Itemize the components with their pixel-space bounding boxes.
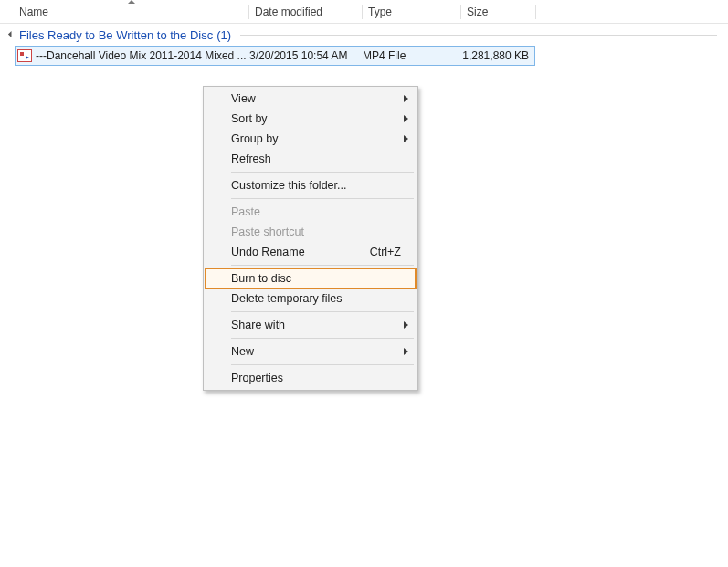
column-type[interactable]: Type [363, 2, 461, 22]
menu-burn-to-disc[interactable]: Burn to disc [206, 268, 416, 289]
menu-paste-shortcut: Paste shortcut [206, 222, 416, 242]
menu-separator [231, 198, 414, 199]
sort-ascending-icon [128, 0, 135, 4]
submenu-arrow-icon [404, 135, 408, 142]
menu-new-label: New [231, 345, 254, 358]
menu-properties-label: Properties [231, 372, 283, 384]
context-menu: View Sort by Group by Refresh Customize … [203, 86, 418, 391]
menu-share-with-label: Share with [231, 319, 285, 331]
submenu-arrow-icon [404, 115, 408, 122]
column-date-modified[interactable]: Date modified [249, 2, 363, 22]
file-name: ---Dancehall Video Mix 2011-2014 Mixed .… [34, 49, 249, 62]
menu-paste: Paste [206, 202, 416, 222]
menu-new[interactable]: New [206, 341, 416, 362]
menu-group-by-label: Group by [231, 132, 278, 145]
menu-separator [231, 265, 414, 266]
menu-delete-temp[interactable]: Delete temporary files [206, 289, 416, 309]
column-date-label: Date modified [255, 5, 322, 18]
column-size-label: Size [467, 5, 488, 18]
group-count: (1) [216, 28, 231, 42]
menu-sort-by[interactable]: Sort by [206, 109, 416, 129]
menu-view-label: View [231, 92, 256, 105]
file-icon-cell [16, 49, 34, 62]
column-name-label: Name [19, 5, 48, 18]
menu-undo-rename[interactable]: Undo Rename Ctrl+Z [206, 242, 416, 262]
group-header[interactable]: Files Ready to Be Written to the Disc (1… [0, 24, 717, 46]
menu-refresh[interactable]: Refresh [206, 149, 416, 169]
file-size: 1,281,880 KB [461, 49, 534, 62]
menu-paste-label: Paste [231, 205, 260, 218]
column-name[interactable]: Name [14, 2, 249, 22]
menu-separator [231, 311, 414, 312]
file-row[interactable]: ---Dancehall Video Mix 2011-2014 Mixed .… [15, 46, 535, 66]
menu-customize-label: Customize this folder... [231, 179, 346, 192]
menu-separator [231, 364, 414, 365]
column-type-label: Type [368, 5, 392, 18]
file-date: 3/20/2015 10:54 AM [249, 49, 363, 62]
menu-share-with[interactable]: Share with [206, 315, 416, 335]
menu-undo-rename-label: Undo Rename [231, 246, 305, 258]
menu-burn-label: Burn to disc [231, 272, 291, 285]
video-file-icon [17, 49, 32, 62]
submenu-arrow-icon [404, 321, 408, 329]
menu-undo-shortcut: Ctrl+Z [370, 246, 401, 258]
menu-delete-temp-label: Delete temporary files [231, 292, 343, 305]
menu-group-by[interactable]: Group by [206, 129, 416, 149]
menu-separator [231, 338, 414, 339]
menu-properties[interactable]: Properties [206, 368, 416, 388]
submenu-arrow-icon [404, 95, 408, 102]
group-rule [240, 35, 717, 36]
submenu-arrow-icon [404, 348, 408, 355]
file-type: MP4 File [363, 49, 461, 62]
collapse-icon [8, 30, 15, 37]
column-headers: Name Date modified Type Size [0, 0, 728, 24]
menu-customize-folder[interactable]: Customize this folder... [206, 175, 416, 195]
menu-paste-shortcut-label: Paste shortcut [231, 226, 304, 238]
menu-separator [231, 172, 414, 173]
column-size[interactable]: Size [461, 2, 536, 22]
menu-sort-by-label: Sort by [231, 112, 268, 125]
menu-view[interactable]: View [206, 89, 416, 109]
column-divider[interactable] [535, 5, 536, 19]
menu-refresh-label: Refresh [231, 152, 271, 165]
group-title: Files Ready to Be Written to the Disc [19, 28, 213, 42]
